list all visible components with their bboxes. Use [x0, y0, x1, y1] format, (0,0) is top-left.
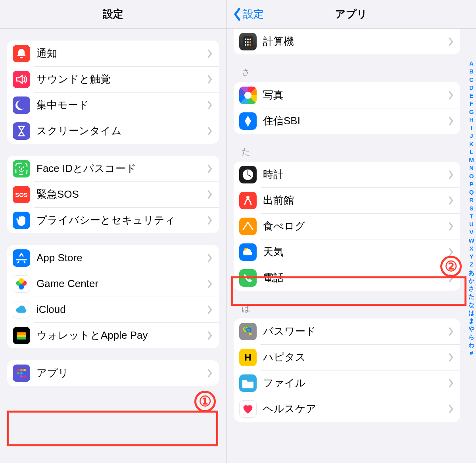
gamectr-icon — [13, 275, 30, 293]
chevron-right-icon — [207, 101, 213, 110]
index-letter[interactable]: B — [469, 68, 474, 75]
keys-icon — [239, 323, 257, 340]
chevron-right-icon — [207, 127, 213, 135]
index-letter[interactable]: X — [469, 245, 473, 253]
row-label: スクリーンタイム — [36, 124, 207, 138]
row-sos[interactable]: 緊急SOS — [7, 181, 219, 207]
index-letter[interactable]: Q — [469, 188, 474, 196]
row-calculator[interactable]: 計算機 — [234, 29, 460, 54]
index-letter[interactable]: Z — [470, 260, 473, 268]
row-label: ファイル — [263, 376, 448, 390]
row-photos[interactable]: 写真 — [234, 82, 460, 108]
chevron-right-icon — [207, 216, 213, 225]
index-letter[interactable]: N — [469, 164, 474, 172]
index-letter[interactable]: ら — [468, 333, 474, 341]
row-label: サウンドと触覚 — [36, 72, 207, 86]
row-focus[interactable]: 集中モード — [7, 92, 219, 118]
row-weather[interactable]: 天気 — [234, 239, 460, 265]
index-letter[interactable]: た — [468, 293, 474, 301]
row-appstore[interactable]: App Store — [7, 245, 219, 271]
row-label: 天気 — [263, 245, 448, 259]
index-letter[interactable]: S — [469, 204, 473, 212]
index-letter[interactable]: あ — [468, 269, 474, 277]
row-label: パスワード — [263, 324, 448, 338]
index-letter[interactable]: C — [469, 76, 474, 84]
index-letter[interactable]: や — [468, 325, 474, 333]
row-label: 食べログ — [263, 219, 448, 233]
index-letter[interactable]: な — [468, 301, 474, 309]
index-letter[interactable]: ま — [468, 317, 474, 325]
chevron-right-icon — [448, 248, 454, 257]
row-health[interactable]: ヘルスケア — [234, 396, 460, 422]
chevron-left-icon — [233, 8, 242, 21]
row-gamecenter[interactable]: Game Center — [7, 271, 219, 297]
apps-group: 写真住信SBI — [234, 82, 460, 134]
index-letter[interactable]: R — [469, 196, 474, 204]
row-apps[interactable]: アプリ — [7, 360, 219, 386]
index-letter[interactable]: T — [470, 212, 473, 220]
photos-icon — [239, 87, 257, 104]
row-privacy[interactable]: プライバシーとセキュリティ — [7, 207, 219, 233]
apps-pane: 設定 アプリ 計算機さ写真住信SBIた時計出前館食べログ天気電話はパスワードハピ… — [226, 0, 476, 463]
index-letter[interactable]: E — [469, 92, 473, 100]
row-phone[interactable]: 電話 — [234, 265, 460, 291]
section-index[interactable]: ABCDEFGHIJKLMNOPQRSTUVWXYZあかさたなはまやらわ# — [468, 60, 474, 357]
page-title: 設定 — [103, 7, 123, 21]
section-header: は — [242, 303, 467, 314]
index-letter[interactable]: H — [469, 116, 474, 124]
index-letter[interactable]: か — [468, 277, 474, 285]
index-letter[interactable]: # — [470, 349, 473, 357]
row-label: ウォレットとApple Pay — [36, 328, 207, 342]
wallet-icon — [13, 327, 30, 344]
section-header: た — [242, 146, 467, 158]
tabelog-icon — [239, 218, 257, 235]
annotation-2-badge: ② — [440, 256, 462, 277]
index-letter[interactable]: M — [469, 156, 474, 164]
index-letter[interactable]: G — [469, 108, 474, 116]
row-clock[interactable]: 時計 — [234, 162, 460, 187]
moon-icon — [13, 96, 30, 114]
row-wallet[interactable]: ウォレットとApple Pay — [7, 322, 219, 348]
index-letter[interactable]: U — [469, 220, 474, 228]
apps-icon — [13, 365, 30, 382]
index-letter[interactable]: L — [470, 148, 473, 156]
index-letter[interactable]: V — [469, 228, 473, 236]
row-label: 通知 — [36, 46, 207, 60]
row-label: 計算機 — [263, 35, 448, 48]
row-notifications[interactable]: 通知 — [7, 41, 219, 66]
row-sound[interactable]: サウンドと触覚 — [7, 66, 219, 92]
settings-pane: 設定 通知サウンドと触覚集中モードスクリーンタイムFace IDとパスコード緊急… — [0, 0, 226, 463]
index-letter[interactable]: J — [470, 132, 473, 140]
row-faceid[interactable]: Face IDとパスコード — [7, 156, 219, 181]
row-files[interactable]: ファイル — [234, 370, 460, 396]
apps-list[interactable]: 計算機さ写真住信SBIた時計出前館食べログ天気電話はパスワードハピタスファイルヘ… — [226, 29, 476, 463]
row-hapitas[interactable]: ハピタス — [234, 344, 460, 370]
index-letter[interactable]: F — [470, 100, 473, 108]
index-letter[interactable]: D — [469, 84, 474, 92]
back-button[interactable]: 設定 — [233, 0, 264, 28]
heart-icon — [239, 400, 257, 418]
chevron-right-icon — [207, 254, 213, 262]
index-letter[interactable]: A — [469, 60, 474, 68]
row-sbi[interactable]: 住信SBI — [234, 108, 460, 134]
index-letter[interactable]: は — [468, 309, 474, 317]
row-label: 住信SBI — [263, 114, 448, 128]
row-demaecan[interactable]: 出前館 — [234, 187, 460, 213]
index-letter[interactable]: Y — [469, 253, 473, 260]
index-letter[interactable]: K — [469, 140, 474, 148]
annotation-1-badge: ① — [194, 391, 216, 412]
index-letter[interactable]: O — [469, 172, 474, 180]
chevron-right-icon — [448, 327, 454, 336]
row-tabelog[interactable]: 食べログ — [234, 213, 460, 239]
row-icloud[interactable]: iCloud — [7, 297, 219, 322]
row-label: 出前館 — [263, 193, 448, 207]
index-letter[interactable]: I — [470, 124, 472, 132]
index-letter[interactable]: わ — [468, 341, 474, 349]
row-passwords[interactable]: パスワード — [234, 318, 460, 344]
index-letter[interactable]: さ — [468, 285, 474, 293]
index-letter[interactable]: P — [469, 180, 473, 188]
settings-group: アプリ — [7, 360, 219, 386]
index-letter[interactable]: W — [468, 237, 474, 245]
row-screentime[interactable]: スクリーンタイム — [7, 118, 219, 144]
settings-list[interactable]: 通知サウンドと触覚集中モードスクリーンタイムFace IDとパスコード緊急SOS… — [0, 29, 226, 463]
